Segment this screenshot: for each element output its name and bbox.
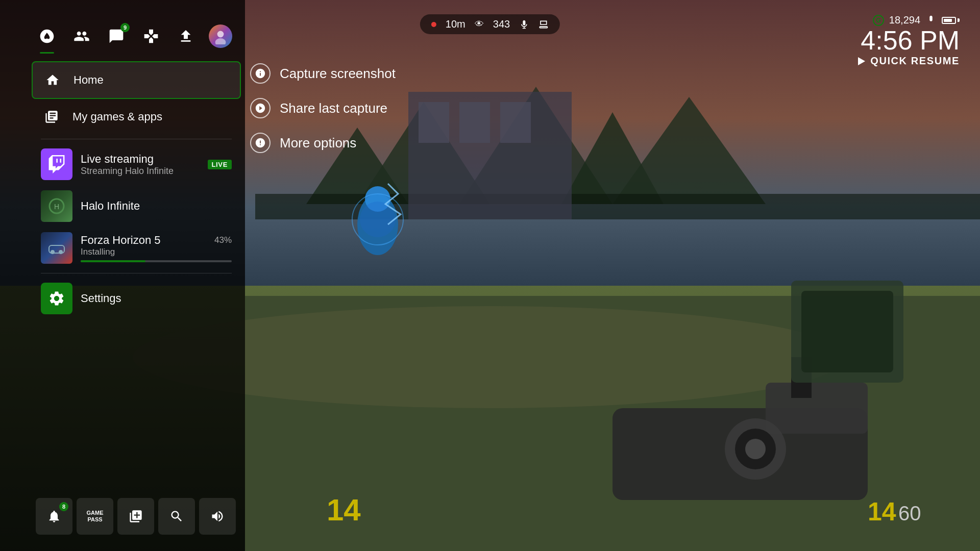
store-button[interactable] xyxy=(117,498,154,535)
avatar-button[interactable] xyxy=(205,21,236,52)
quick-resume[interactable]: QUICK RESUME xyxy=(858,55,960,67)
quick-resume-label: QUICK RESUME xyxy=(870,55,960,67)
play-icon xyxy=(858,57,865,65)
notification-badge: 8 xyxy=(59,502,68,511)
gamerscore-row: G 18,294 xyxy=(873,14,960,26)
svg-point-35 xyxy=(59,250,63,254)
settings-item[interactable]: Settings xyxy=(32,278,241,319)
share-icon xyxy=(178,28,194,44)
live-streaming-title: Live streaming xyxy=(81,153,200,166)
people-button[interactable] xyxy=(66,21,97,52)
volume-icon xyxy=(210,509,225,523)
battery-fill xyxy=(944,19,952,22)
forza-sub: Installing xyxy=(81,247,232,257)
top-right-hud: G 18,294 4:56 PM QUICK RESUME xyxy=(858,14,960,67)
home-label: Home xyxy=(74,73,104,87)
forza-thumbnail xyxy=(41,232,72,264)
battery-body xyxy=(942,17,956,24)
forza-info: Forza Horizon 5 43% Installing xyxy=(81,234,232,262)
live-dot xyxy=(431,22,436,27)
share-capture-label: Share last capture xyxy=(280,101,387,116)
more-options-item[interactable]: More options xyxy=(250,126,396,160)
settings-label: Settings xyxy=(81,292,121,305)
clock: 4:56 PM xyxy=(861,26,960,55)
menu-section: Home My games & apps Live streaming Stre… xyxy=(32,56,241,551)
settings-icon xyxy=(48,290,65,307)
active-indicator xyxy=(40,52,54,54)
battery-indicator xyxy=(942,17,960,24)
monitor-icon xyxy=(538,19,549,30)
games-apps-icon-wrapper xyxy=(41,106,62,128)
home-icon-wrapper xyxy=(42,69,63,91)
avatar-icon xyxy=(212,28,229,44)
circle-more-icon xyxy=(255,137,266,148)
top-hud-bar: 10m 👁 343 xyxy=(420,14,560,34)
controller-mic-icon xyxy=(925,15,937,26)
home-menu-item[interactable]: Home xyxy=(32,61,241,99)
share-capture-icon xyxy=(250,98,271,118)
circle-y-icon xyxy=(255,68,266,79)
halo-thumb-icon: H xyxy=(46,196,67,216)
circle-share-icon xyxy=(255,103,266,114)
capture-screenshot-icon xyxy=(250,63,271,84)
divider-1 xyxy=(41,139,232,139)
twitch-icon-box xyxy=(41,148,72,180)
halo-info: Halo Infinite xyxy=(81,199,232,213)
divider-2 xyxy=(41,273,232,273)
chat-badge: 9 xyxy=(120,23,130,32)
forza-progress-container xyxy=(81,260,232,262)
forza-title: Forza Horizon 5 xyxy=(81,234,161,247)
halo-title: Halo Infinite xyxy=(81,199,232,213)
hud-viewers: 343 xyxy=(493,18,510,30)
hud-timer: 10m xyxy=(446,18,465,30)
capture-screenshot-label: Capture screenshot xyxy=(280,66,396,82)
settings-icon-box xyxy=(41,283,72,314)
svg-text:14: 14 xyxy=(327,493,361,527)
svg-point-23 xyxy=(745,439,766,459)
live-badge: LIVE xyxy=(208,160,232,169)
svg-point-30 xyxy=(215,38,226,44)
live-info: Live streaming Streaming Halo Infinite xyxy=(81,153,200,177)
capture-menu: Capture screenshot Share last capture Mo… xyxy=(250,56,396,160)
more-options-label: More options xyxy=(280,135,356,151)
live-streaming-item[interactable]: Live streaming Streaming Halo Infinite L… xyxy=(32,143,241,185)
svg-rect-19 xyxy=(766,383,868,434)
svg-rect-9 xyxy=(419,102,449,143)
forza-percent: 43% xyxy=(214,235,232,245)
svg-point-34 xyxy=(51,250,55,254)
controller-button[interactable] xyxy=(136,21,166,52)
controller-icon xyxy=(143,28,159,44)
bottom-bar: 8 GAMEPASS xyxy=(32,498,241,551)
store-icon xyxy=(129,509,143,523)
people-icon xyxy=(74,28,90,44)
svg-rect-25 xyxy=(801,291,893,372)
share-capture-item[interactable]: Share last capture xyxy=(250,91,396,126)
svg-rect-11 xyxy=(500,102,531,143)
search-button[interactable] xyxy=(158,498,195,535)
eye-icon: 👁 xyxy=(475,19,484,30)
gamepass-button[interactable]: GAMEPASS xyxy=(77,498,113,535)
volume-button[interactable] xyxy=(199,498,236,535)
halo-infinite-item[interactable]: H Halo Infinite xyxy=(32,185,241,227)
svg-text:14: 14 xyxy=(868,497,896,526)
twitch-icon xyxy=(47,155,66,173)
chat-button[interactable]: 9 xyxy=(101,21,132,52)
live-streaming-sub: Streaming Halo Infinite xyxy=(81,166,200,177)
bell-icon xyxy=(47,509,61,523)
gamepass-label: GAMEPASS xyxy=(87,510,104,523)
avatar-image xyxy=(209,24,232,48)
capture-screenshot-item[interactable]: Capture screenshot xyxy=(250,56,396,91)
games-apps-menu-item[interactable]: My games & apps xyxy=(32,99,241,135)
notifications-button[interactable]: 8 xyxy=(36,498,72,535)
forza-item[interactable]: Forza Horizon 5 43% Installing xyxy=(32,227,241,269)
gamerscore-value: 18,294 xyxy=(889,14,920,26)
svg-text:H: H xyxy=(54,203,59,211)
games-apps-icon xyxy=(44,110,59,124)
search-icon xyxy=(169,509,184,523)
gamerscore-icon: G xyxy=(873,15,884,26)
xbox-button[interactable] xyxy=(32,21,62,52)
mic-icon xyxy=(519,19,529,30)
home-icon xyxy=(45,73,60,87)
forza-progress-fill xyxy=(81,260,145,262)
share-button[interactable] xyxy=(170,21,201,52)
